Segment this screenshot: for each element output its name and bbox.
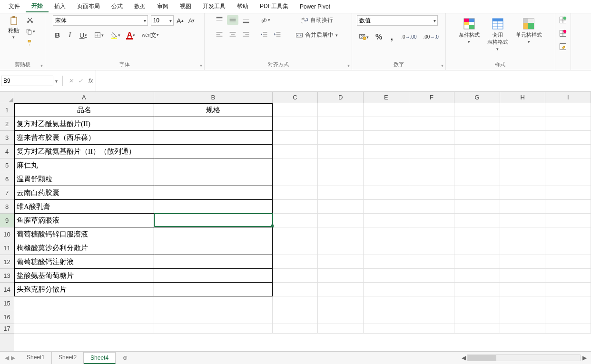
- cell-I17[interactable]: [545, 324, 591, 334]
- cell-C17[interactable]: [273, 324, 318, 334]
- cell-F16[interactable]: [409, 310, 455, 324]
- decrease-indent-button[interactable]: [258, 30, 270, 39]
- cell-H13[interactable]: [500, 269, 546, 283]
- fx-icon[interactable]: fx: [86, 78, 96, 84]
- menu-数据[interactable]: 数据: [128, 1, 151, 12]
- align-left-button[interactable]: [214, 30, 225, 39]
- cell-C4[interactable]: [273, 145, 318, 158]
- cell-A11[interactable]: 枸橼酸莫沙必利分散片: [14, 241, 154, 255]
- cell-H4[interactable]: [500, 145, 546, 158]
- align-bottom-button[interactable]: [240, 15, 252, 25]
- cell-I6[interactable]: [545, 172, 591, 186]
- align-center-button[interactable]: [227, 30, 238, 39]
- cell-B15[interactable]: [154, 296, 273, 310]
- cell-B3[interactable]: [154, 131, 273, 145]
- cell-D11[interactable]: [318, 241, 364, 255]
- cell-I10[interactable]: [545, 227, 591, 241]
- row-header-8[interactable]: 8: [0, 200, 14, 214]
- cell-F7[interactable]: [409, 186, 455, 200]
- cell-C3[interactable]: [273, 131, 318, 145]
- cell-E8[interactable]: [364, 200, 409, 214]
- cell-H11[interactable]: [500, 241, 546, 255]
- row-header-5[interactable]: 5: [0, 158, 14, 172]
- cell-A7[interactable]: 云南白药胶囊: [14, 186, 154, 200]
- menu-PDF工具集[interactable]: PDF工具集: [254, 1, 294, 12]
- phonetic-guide-button[interactable]: wén文▾: [140, 30, 161, 40]
- cell-A14[interactable]: 头孢克肟分散片: [14, 283, 154, 296]
- col-header-B[interactable]: B: [154, 92, 273, 103]
- row-header-3[interactable]: 3: [0, 131, 14, 145]
- cell-G10[interactable]: [454, 227, 500, 241]
- col-header-A[interactable]: A: [14, 92, 154, 103]
- col-header-E[interactable]: E: [364, 92, 409, 103]
- tab-nav-next[interactable]: ▶: [11, 354, 15, 361]
- cell-G4[interactable]: [454, 145, 500, 158]
- cell-F15[interactable]: [409, 296, 455, 310]
- increase-indent-button[interactable]: [272, 30, 283, 39]
- cell-E10[interactable]: [364, 227, 409, 241]
- conditional-formatting-button[interactable]: 条件格式 ▾: [457, 15, 482, 44]
- horizontal-scrollbar[interactable]: ◀ ▶: [460, 354, 588, 362]
- name-box[interactable]: [1, 76, 53, 86]
- cell-F9[interactable]: [409, 214, 455, 227]
- bold-button[interactable]: B: [53, 30, 62, 40]
- cell-C14[interactable]: [273, 283, 318, 296]
- cell-F6[interactable]: [409, 172, 455, 186]
- cell-I9[interactable]: [545, 214, 591, 227]
- wrap-text-button[interactable]: abc 自动换行: [291, 15, 343, 25]
- cell-D5[interactable]: [318, 158, 364, 172]
- cell-A16[interactable]: [14, 310, 154, 324]
- cell-G1[interactable]: [454, 103, 500, 117]
- cell-G17[interactable]: [454, 324, 500, 334]
- format-painter-button[interactable]: [23, 38, 37, 48]
- cell-F13[interactable]: [409, 269, 455, 283]
- row-header-17[interactable]: 17: [0, 324, 14, 334]
- cell-A1[interactable]: 品名: [14, 103, 154, 117]
- cell-B11[interactable]: [154, 241, 273, 255]
- cell-G3[interactable]: [454, 131, 500, 145]
- menu-审阅[interactable]: 审阅: [151, 1, 174, 12]
- cell-E11[interactable]: [364, 241, 409, 255]
- border-button[interactable]: ▾: [92, 30, 106, 40]
- cell-G15[interactable]: [454, 296, 500, 310]
- row-header-13[interactable]: 13: [0, 269, 14, 283]
- new-sheet-button[interactable]: ⊕: [120, 353, 130, 363]
- menu-开始[interactable]: 开始: [26, 0, 49, 12]
- enter-formula-icon[interactable]: ✓: [78, 78, 83, 84]
- cell-I15[interactable]: [545, 296, 591, 310]
- cell-I5[interactable]: [545, 158, 591, 172]
- cell-B12[interactable]: [154, 255, 273, 269]
- italic-button[interactable]: I: [65, 30, 75, 40]
- cell-A8[interactable]: 维A酸乳膏: [14, 200, 154, 214]
- cell-D16[interactable]: [318, 310, 364, 324]
- format-cells-icon[interactable]: [557, 42, 569, 51]
- cell-I16[interactable]: [545, 310, 591, 324]
- cell-I3[interactable]: [545, 131, 591, 145]
- cell-D9[interactable]: [318, 214, 364, 227]
- clipboard-dialog-launcher[interactable]: ▾: [40, 63, 43, 68]
- percent-format-button[interactable]: %: [374, 32, 384, 42]
- alignment-dialog-launcher[interactable]: ▾: [347, 63, 350, 68]
- cell-F17[interactable]: [409, 324, 455, 334]
- cell-I14[interactable]: [545, 283, 591, 296]
- cell-F2[interactable]: [409, 117, 455, 131]
- cell-E16[interactable]: [364, 310, 409, 324]
- number-format-select[interactable]: [357, 15, 438, 26]
- cell-B8[interactable]: [154, 200, 273, 214]
- cell-C2[interactable]: [273, 117, 318, 131]
- cell-D17[interactable]: [318, 324, 364, 334]
- cell-C16[interactable]: [273, 310, 318, 324]
- cell-I1[interactable]: [545, 103, 591, 117]
- copy-button[interactable]: ▾: [23, 27, 37, 36]
- align-middle-button[interactable]: [227, 15, 238, 25]
- formula-input[interactable]: [96, 70, 591, 91]
- sheet-tab-Sheet4[interactable]: Sheet4: [84, 352, 116, 364]
- cell-E13[interactable]: [364, 269, 409, 283]
- cell-I4[interactable]: [545, 145, 591, 158]
- row-header-10[interactable]: 10: [0, 227, 14, 241]
- row-header-7[interactable]: 7: [0, 186, 14, 200]
- col-header-D[interactable]: D: [318, 92, 364, 103]
- cell-F3[interactable]: [409, 131, 455, 145]
- cell-C11[interactable]: [273, 241, 318, 255]
- paste-button[interactable]: 粘贴 ▾: [8, 15, 20, 39]
